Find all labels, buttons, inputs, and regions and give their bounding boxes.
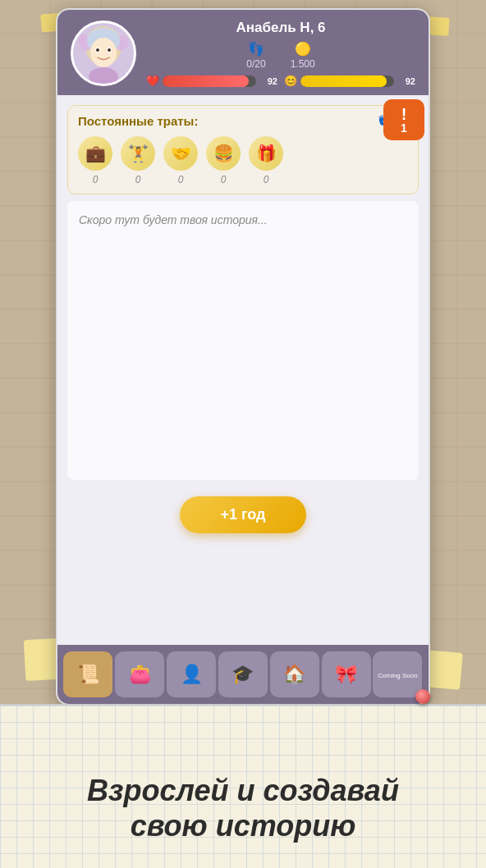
expense-item-gift: 🎁 0 [249, 136, 283, 185]
expense-value-gift: 0 [264, 174, 269, 185]
coins-value: 1.500 [291, 58, 315, 70]
bottom-title-line2: свою историю [131, 809, 356, 843]
nav-item-story[interactable]: 📜 [63, 651, 112, 697]
expense-value-gym: 0 [135, 174, 141, 185]
person-nav-icon: 👤 [181, 664, 203, 685]
svg-point-7 [96, 48, 99, 52]
expenses-title: Постоянные траты: [78, 114, 198, 128]
expense-icon-briefcase: 💼 [78, 136, 112, 171]
steps-stat: 👣 0/20 [246, 41, 265, 70]
nav-item-wallet[interactable]: 👛 [115, 651, 164, 697]
scrollable-content: ! 1 Постоянные траты: 👣 20 💼 0 [57, 95, 429, 704]
expense-icon-gym: 🏋️ [121, 136, 155, 171]
expense-icons-row: 💼 0 🏋️ 0 🤝 0 🍔 0 [78, 136, 408, 185]
story-placeholder-text: Скоро тут будет твоя история... [79, 213, 268, 226]
expense-icon-gift: 🎁 [249, 136, 283, 171]
expense-item-gym: 🏋️ 0 [121, 136, 155, 185]
health-bar-bg [163, 75, 256, 87]
health-icon: ❤️ [146, 75, 159, 87]
svg-point-8 [108, 48, 111, 52]
year-button[interactable]: +1 год [180, 496, 307, 533]
story-nav-icon: 📜 [77, 664, 99, 685]
happy-bar-fill [300, 75, 387, 87]
bottom-title-line1: Взрослей и создавай [87, 774, 399, 807]
education-nav-icon: 🎓 [232, 664, 254, 685]
home-nav-icon: 🏠 [283, 664, 305, 685]
alert-icon: ! [401, 106, 407, 122]
pin-decoration [415, 689, 430, 704]
bottom-nav: 📜 👛 👤 🎓 🏠 🎀 Coming Soon [57, 645, 429, 704]
nav-item-gift[interactable]: 🎀 [322, 651, 371, 697]
expense-item-handshake: 🤝 0 [163, 136, 198, 185]
expense-icon-food: 🍔 [206, 136, 241, 171]
happy-bar-container: 😊 92 [284, 75, 415, 87]
bars-row: ❤️ 92 😊 92 [146, 75, 415, 87]
svg-point-4 [90, 38, 117, 67]
alert-number: 1 [401, 122, 407, 134]
expenses-section: ! 1 Постоянные траты: 👣 20 💼 0 [67, 105, 419, 194]
happy-bar-bg [300, 75, 394, 87]
health-bar-fill [163, 75, 249, 87]
expense-item-food: 🍔 0 [206, 136, 241, 185]
nav-item-home[interactable]: 🏠 [270, 651, 319, 697]
health-bar-container: ❤️ 92 [146, 75, 277, 87]
coins-stat: 🟡 1.500 [291, 41, 315, 70]
expense-icon-handshake: 🤝 [163, 136, 198, 171]
coming-soon-label: Coming Soon [378, 672, 417, 679]
happy-value: 92 [397, 76, 415, 86]
character-stats-row: 👣 0/20 🟡 1.500 [146, 41, 415, 70]
bottom-title: Взрослей и создавай свою историю [0, 773, 486, 843]
phone-card: Анабель Н, 6 👣 0/20 🟡 1.500 [56, 8, 430, 706]
alert-badge[interactable]: ! 1 [383, 99, 424, 140]
expense-value-food: 0 [221, 174, 227, 185]
wallet-nav-icon: 👛 [129, 664, 151, 685]
gift-nav-icon: 🎀 [335, 664, 357, 685]
expense-item-briefcase: 💼 0 [78, 136, 112, 185]
health-value: 92 [259, 76, 277, 86]
nav-item-coming-soon[interactable]: Coming Soon [373, 651, 422, 697]
svg-point-9 [89, 67, 118, 84]
character-header: Анабель Н, 6 👣 0/20 🟡 1.500 [57, 10, 429, 95]
expenses-header: Постоянные траты: 👣 20 [78, 114, 408, 128]
story-area: Скоро тут будет твоя история... [67, 201, 419, 480]
nav-item-person[interactable]: 👤 [167, 651, 216, 697]
nav-item-education[interactable]: 🎓 [218, 651, 268, 697]
happy-icon: 😊 [284, 75, 297, 87]
steps-icon: 👣 [248, 41, 264, 57]
year-button-wrapper: +1 год [57, 487, 429, 533]
character-name: Анабель Н, 6 [146, 20, 415, 36]
coins-icon: 🟡 [295, 41, 311, 57]
expense-value-briefcase: 0 [93, 174, 99, 185]
steps-value: 0/20 [246, 58, 265, 70]
expense-value-handshake: 0 [178, 174, 184, 185]
character-info: Анабель Н, 6 👣 0/20 🟡 1.500 [146, 20, 415, 87]
bottom-section: Взрослей и создавай свою историю [0, 704, 486, 868]
avatar [71, 21, 136, 86]
